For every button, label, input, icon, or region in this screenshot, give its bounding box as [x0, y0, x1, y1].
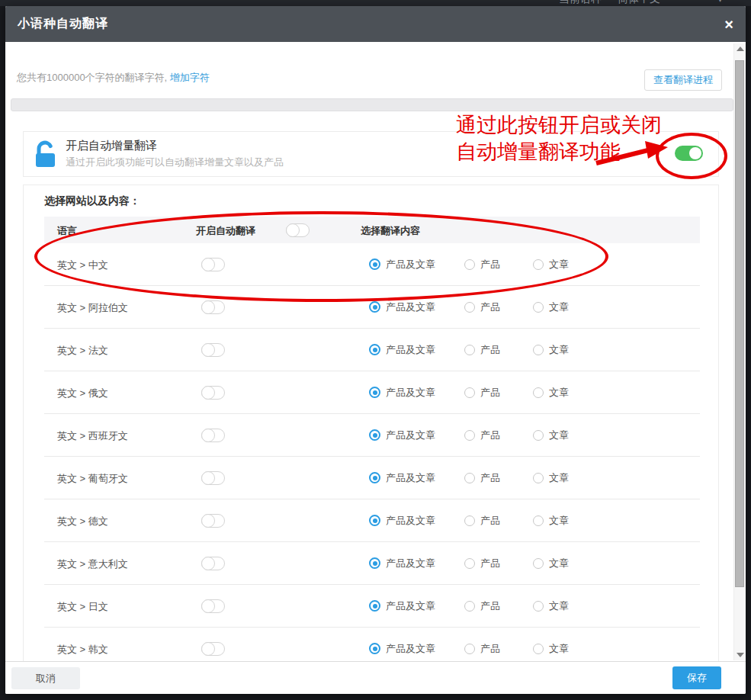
content-option-0[interactable]: 产品及文章	[369, 557, 435, 570]
content-option-1[interactable]: 产品	[464, 343, 500, 357]
row-auto-translate-toggle[interactable]	[201, 429, 225, 442]
content-option-0[interactable]: 产品及文章	[369, 429, 435, 442]
radio-icon[interactable]	[533, 601, 544, 612]
section-title: 选择网站以及内容：	[44, 194, 140, 208]
close-icon[interactable]: ×	[724, 17, 733, 32]
content-option-1[interactable]: 产品	[464, 514, 500, 528]
scrollbar-thumb[interactable]	[735, 60, 744, 587]
content-option-label: 文章	[549, 600, 569, 612]
row-auto-translate-toggle[interactable]	[201, 300, 225, 314]
content-option-label: 产品及文章	[386, 301, 435, 313]
row-auto-translate-toggle[interactable]	[201, 514, 225, 528]
content-option-2[interactable]: 文章	[533, 514, 569, 528]
column-header-content: 选择翻译内容	[361, 224, 420, 238]
unlock-icon	[35, 140, 56, 171]
content-option-0[interactable]: 产品及文章	[369, 386, 435, 400]
content-option-0[interactable]: 产品及文章	[369, 642, 435, 656]
content-option-label: 文章	[549, 344, 569, 355]
content-option-0[interactable]: 产品及文章	[369, 300, 435, 314]
auto-incremental-toggle[interactable]	[675, 146, 703, 161]
view-translation-progress-button[interactable]: 查看翻译进程	[644, 69, 722, 91]
save-button[interactable]: 保存	[672, 666, 721, 689]
content-option-0[interactable]: 产品及文章	[369, 343, 435, 357]
radio-icon[interactable]	[464, 515, 475, 526]
radio-icon[interactable]	[533, 473, 544, 483]
content-option-2[interactable]: 文章	[533, 386, 569, 400]
row-auto-translate-toggle[interactable]	[201, 386, 225, 400]
radio-icon[interactable]	[464, 387, 475, 398]
radio-icon[interactable]	[533, 515, 544, 526]
scrollbar-down-arrow-icon[interactable]	[737, 653, 744, 657]
language-rows: 英文 > 中文 产品及文章产品文章 英文 > 阿拉伯文 产品及文章产品文章 英文…	[44, 243, 700, 670]
radio-selected-icon[interactable]	[369, 387, 380, 398]
content-option-0[interactable]: 产品及文章	[369, 471, 435, 485]
content-option-2[interactable]: 文章	[533, 557, 569, 570]
content-option-1[interactable]: 产品	[464, 471, 500, 485]
content-option-0[interactable]: 产品及文章	[369, 599, 435, 613]
radio-icon[interactable]	[533, 387, 544, 398]
radio-selected-icon[interactable]	[369, 557, 380, 569]
row-auto-translate-toggle[interactable]	[201, 557, 225, 570]
radio-selected-icon[interactable]	[369, 643, 380, 654]
content-option-2[interactable]: 文章	[533, 642, 569, 656]
radio-icon[interactable]	[464, 259, 475, 270]
radio-icon[interactable]	[464, 644, 475, 654]
content-option-label: 文章	[549, 387, 569, 398]
content-option-2[interactable]: 文章	[533, 599, 569, 613]
content-option-2[interactable]: 文章	[533, 471, 569, 485]
vertical-scrollbar[interactable]	[733, 43, 746, 660]
radio-selected-icon[interactable]	[369, 429, 380, 441]
dialog-header: 小语种自动翻译 ×	[5, 6, 746, 42]
header-master-toggle[interactable]	[286, 223, 310, 237]
radio-icon[interactable]	[464, 430, 475, 441]
radio-selected-icon[interactable]	[369, 344, 380, 355]
row-auto-translate-toggle[interactable]	[201, 258, 225, 271]
radio-selected-icon[interactable]	[369, 515, 380, 526]
language-pair-label: 英文 > 俄文	[57, 387, 108, 400]
radio-icon[interactable]	[533, 302, 544, 313]
radio-icon[interactable]	[533, 259, 544, 270]
content-option-1[interactable]: 产品	[464, 386, 500, 400]
language-row: 英文 > 中文 产品及文章产品文章	[44, 243, 700, 286]
content-option-0[interactable]: 产品及文章	[369, 258, 435, 271]
row-auto-translate-toggle[interactable]	[201, 343, 225, 357]
radio-selected-icon[interactable]	[369, 600, 380, 612]
content-option-1[interactable]: 产品	[464, 258, 500, 271]
content-option-0[interactable]: 产品及文章	[369, 514, 435, 528]
content-option-label: 产品及文章	[386, 643, 435, 654]
quota-progress-bar	[11, 98, 733, 111]
content-option-label: 文章	[549, 515, 569, 526]
radio-selected-icon[interactable]	[369, 301, 380, 313]
radio-icon[interactable]	[533, 430, 544, 441]
content-option-1[interactable]: 产品	[464, 429, 500, 442]
radio-icon[interactable]	[464, 601, 475, 612]
radio-icon[interactable]	[464, 345, 475, 355]
content-option-2[interactable]: 文章	[533, 429, 569, 442]
toggle-knob	[689, 147, 701, 159]
content-option-1[interactable]: 产品	[464, 557, 500, 570]
content-option-2[interactable]: 文章	[533, 300, 569, 314]
language-pair-label: 英文 > 葡萄牙文	[57, 472, 128, 486]
cancel-button[interactable]: 取消	[11, 667, 80, 689]
content-option-2[interactable]: 文章	[533, 258, 569, 271]
scrollbar-up-arrow-icon[interactable]	[737, 47, 744, 51]
row-auto-translate-toggle[interactable]	[201, 471, 225, 485]
content-option-2[interactable]: 文章	[533, 343, 569, 357]
radio-selected-icon[interactable]	[369, 472, 380, 483]
radio-icon[interactable]	[533, 558, 544, 569]
content-option-1[interactable]: 产品	[464, 642, 500, 656]
content-option-1[interactable]: 产品	[464, 599, 500, 613]
radio-icon[interactable]	[464, 473, 475, 483]
content-option-label: 产品	[480, 387, 500, 398]
radio-selected-icon[interactable]	[369, 258, 380, 270]
content-option-label: 文章	[549, 643, 569, 654]
radio-icon[interactable]	[533, 345, 544, 355]
content-option-1[interactable]: 产品	[464, 300, 500, 314]
row-auto-translate-toggle[interactable]	[201, 642, 225, 656]
add-characters-link[interactable]: 增加字符	[170, 72, 210, 83]
row-auto-translate-toggle[interactable]	[201, 599, 225, 613]
radio-icon[interactable]	[533, 644, 544, 654]
radio-icon[interactable]	[464, 302, 475, 313]
column-header-auto-translate: 开启自动翻译	[196, 224, 255, 238]
radio-icon[interactable]	[464, 558, 475, 569]
